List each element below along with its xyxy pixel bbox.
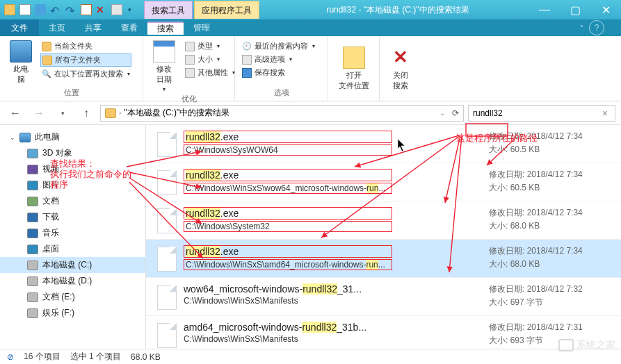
file-icon bbox=[157, 132, 177, 157]
nav-item-0[interactable]: 3D 对象 bbox=[0, 145, 145, 161]
menu-view[interactable]: 查看 bbox=[111, 22, 147, 34]
hdd-icon bbox=[27, 308, 38, 318]
other-attr-item[interactable]: 其他属性▾ bbox=[184, 67, 236, 78]
nav-item-3[interactable]: 文档 bbox=[0, 193, 145, 209]
result-meta: 修改日期: 2018/4/12 7:34大小: 68.0 KB bbox=[489, 245, 614, 272]
result-row[interactable]: rundll32.exeC:\Windows\SysWOW64修改日期: 201… bbox=[146, 125, 621, 163]
nav-this-pc[interactable]: ⌄ 此电脑 bbox=[0, 129, 145, 145]
save-search-item[interactable]: 保存搜索 bbox=[241, 67, 322, 78]
nav-pane: ⌄ 此电脑 3D 对象视频图片文档下载音乐桌面本地磁盘 (C:)本地磁盘 (D:… bbox=[0, 125, 146, 349]
result-name: rundll32.exe bbox=[184, 207, 392, 220]
open-folder-icon bbox=[343, 47, 365, 69]
nav-item-4[interactable]: 下载 bbox=[0, 209, 145, 225]
nav-forward-button[interactable]: → bbox=[29, 104, 49, 122]
download-icon bbox=[27, 213, 38, 222]
redo-icon[interactable]: ↷ bbox=[65, 4, 76, 15]
more-icon[interactable] bbox=[111, 4, 122, 15]
nav-item-9[interactable]: 文档 (E:) bbox=[0, 289, 145, 305]
search-box[interactable]: × bbox=[468, 105, 615, 122]
result-meta: 修改日期: 2018/4/12 7:34大小: 68.0 KB bbox=[489, 207, 614, 233]
nav-item-5[interactable]: 音乐 bbox=[0, 225, 145, 241]
result-path: C:\Windows\WinSxS\amd64_microsoft-window… bbox=[184, 259, 392, 270]
result-path: C:\Windows\WinSxS\Manifests bbox=[184, 296, 362, 306]
refresh-icon[interactable]: ⟳ bbox=[452, 108, 459, 118]
this-pc-button[interactable]: 此电 脑 bbox=[6, 39, 36, 86]
context-tab-headers: 搜索工具 应用程序工具 bbox=[144, 1, 261, 19]
monitor-icon bbox=[19, 133, 31, 142]
picture-icon bbox=[27, 181, 38, 190]
current-folder-item[interactable]: 当前文件夹 bbox=[40, 40, 131, 52]
menu-manage[interactable]: 管理 bbox=[184, 22, 220, 34]
status-selected: 选中 1 个项目 bbox=[70, 351, 121, 363]
modify-date-button[interactable]: 修改 日期▾ bbox=[149, 39, 179, 94]
group-options-label: 选项 bbox=[241, 88, 322, 98]
nav-item-2[interactable]: 图片 bbox=[0, 177, 145, 193]
desktop-icon bbox=[27, 245, 38, 254]
ribbon-collapse-icon[interactable]: ˄ bbox=[580, 24, 583, 32]
window-title: rundll32 - "本地磁盘 (C:)"中的搜索结果 bbox=[266, 4, 529, 16]
folder-tree-icon bbox=[42, 56, 52, 65]
help-icon[interactable]: ? bbox=[589, 20, 604, 35]
qat-dropdown-icon[interactable]: ▾ bbox=[128, 6, 131, 13]
result-row[interactable]: rundll32.exeC:\Windows\WinSxS\wow64_micr… bbox=[146, 163, 621, 201]
group-location-label: 位置 bbox=[6, 88, 137, 98]
address-box[interactable]: › "本地磁盘 (C:)"中的搜索结果 ⌄ ⟳ bbox=[100, 105, 464, 122]
result-row[interactable]: rundll32.exeC:\Windows\WinSxS\amd64_micr… bbox=[146, 240, 621, 278]
nav-item-8[interactable]: 本地磁盘 (D:) bbox=[0, 273, 145, 289]
calendar-icon bbox=[153, 40, 175, 63]
cube-icon bbox=[27, 149, 38, 158]
close-button[interactable]: ✕ bbox=[590, 0, 621, 19]
nav-history-button[interactable]: ▾ bbox=[53, 104, 72, 122]
result-meta: 修改日期: 2018/4/12 7:34大小: 60.5 KB bbox=[489, 131, 614, 157]
maximize-button[interactable]: ▢ bbox=[560, 0, 590, 19]
status-bar: ⊘ 16 个项目 选中 1 个项目 68.0 KB bbox=[0, 349, 621, 364]
minimize-button[interactable]: — bbox=[529, 0, 560, 19]
file-menu[interactable]: 文件 bbox=[0, 19, 39, 36]
open-location-button[interactable]: 打开 文件位置 bbox=[334, 45, 373, 92]
size-item[interactable]: 大小▾ bbox=[184, 53, 236, 65]
undo-icon[interactable]: ↶ bbox=[50, 4, 61, 15]
result-row[interactable]: amd64_microsoft-windows-rundll32_31b...C… bbox=[146, 316, 621, 349]
titlebar: ↶ ↷ ✕ ▾ 搜索工具 应用程序工具 rundll32 - "本地磁盘 (C:… bbox=[0, 0, 621, 19]
nav-item-6[interactable]: 桌面 bbox=[0, 241, 145, 257]
menu-share[interactable]: 共享 bbox=[75, 22, 111, 34]
close-search-button[interactable]: ✕ 关闭 搜索 bbox=[385, 45, 416, 92]
mail-icon[interactable] bbox=[81, 4, 92, 15]
save-icon[interactable] bbox=[35, 4, 46, 15]
app-tools-tab[interactable]: 应用程序工具 bbox=[194, 1, 259, 19]
address-path: "本地磁盘 (C:)"中的搜索结果 bbox=[124, 107, 229, 119]
video-icon bbox=[27, 165, 38, 174]
result-row[interactable]: wow64_microsoft-windows-rundll32_31...C:… bbox=[146, 278, 621, 316]
file-icon bbox=[157, 247, 177, 272]
nav-up-button[interactable]: ↑ bbox=[76, 104, 96, 122]
close-x-icon: ✕ bbox=[389, 47, 412, 69]
nav-item-7[interactable]: 本地磁盘 (C:) bbox=[0, 257, 145, 273]
search-again-item[interactable]: 🔍在以下位置再次搜索▾ bbox=[40, 68, 131, 80]
type-item[interactable]: 类型▾ bbox=[184, 40, 236, 52]
result-meta: 修改日期: 2018/4/12 7:34大小: 60.5 KB bbox=[489, 169, 614, 195]
result-name: wow64_microsoft-windows-rundll32_31... bbox=[184, 283, 362, 295]
status-count: 16 个项目 bbox=[24, 351, 61, 363]
file-icon bbox=[157, 285, 177, 310]
clear-search-icon[interactable]: × bbox=[599, 108, 611, 119]
hdd-icon bbox=[27, 292, 38, 302]
new-doc-icon[interactable] bbox=[4, 4, 15, 15]
recent-searches-item[interactable]: 🕘最近的搜索内容▾ bbox=[241, 40, 322, 52]
delete-icon[interactable]: ✕ bbox=[96, 4, 107, 15]
nav-item-1[interactable]: 视频 bbox=[0, 161, 145, 177]
result-name: rundll32.exe bbox=[184, 245, 392, 258]
watermark: 系统之家 bbox=[558, 339, 615, 351]
search-input[interactable] bbox=[473, 108, 595, 118]
folder-icon bbox=[105, 108, 116, 118]
address-dropdown-icon[interactable]: ⌄ bbox=[439, 109, 445, 117]
result-row[interactable]: rundll32.exeC:\Windows\System32修改日期: 201… bbox=[146, 201, 621, 240]
all-subfolders-item[interactable]: 所有子文件夹 bbox=[40, 53, 131, 67]
menu-search[interactable]: 搜索 bbox=[147, 22, 184, 35]
advanced-options-item[interactable]: 高级选项▾ bbox=[241, 53, 322, 65]
page-icon[interactable] bbox=[19, 4, 31, 15]
search-tools-tab[interactable]: 搜索工具 bbox=[144, 1, 193, 19]
nav-item-10[interactable]: 娱乐 (F:) bbox=[0, 305, 145, 321]
body-split: ⌄ 此电脑 3D 对象视频图片文档下载音乐桌面本地磁盘 (C:)本地磁盘 (D:… bbox=[0, 125, 621, 349]
nav-back-button[interactable]: ← bbox=[6, 104, 25, 122]
menu-home[interactable]: 主页 bbox=[39, 22, 75, 34]
